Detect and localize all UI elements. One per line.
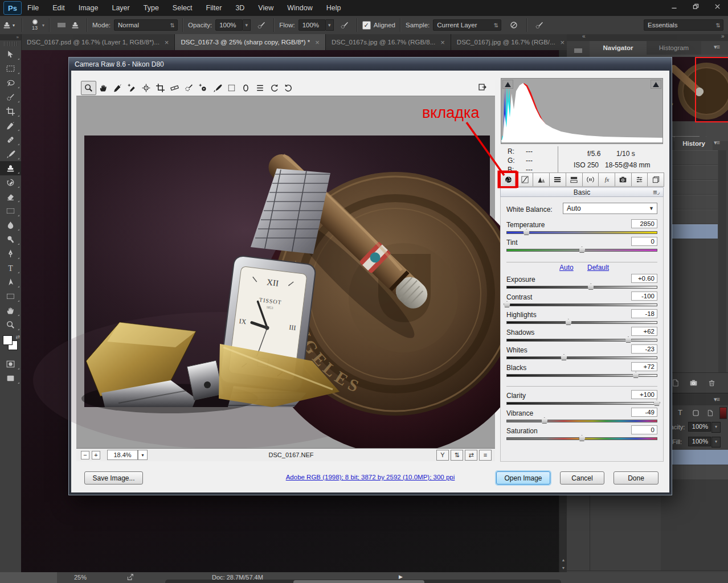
zoom-level-field[interactable]: 18.4% xyxy=(107,450,138,460)
menu-view[interactable]: View xyxy=(258,4,273,12)
slider-value-field[interactable]: +72 xyxy=(631,362,657,371)
layers-opacity-arrow[interactable]: ▾ xyxy=(711,422,721,433)
history-panel-menu-icon[interactable]: ▾≡ xyxy=(714,139,719,146)
cancel-button[interactable]: Cancel xyxy=(560,471,604,485)
straighten-tool[interactable] xyxy=(167,81,182,95)
color-sampler-tool[interactable] xyxy=(125,81,139,95)
layers-panel-menu-icon[interactable]: ▾≡ xyxy=(714,396,719,403)
preview-option-icon[interactable]: ≡ xyxy=(479,450,492,461)
flow-field[interactable]: 100% xyxy=(298,19,326,31)
filter-toggle[interactable] xyxy=(719,407,727,419)
slider-thumb[interactable] xyxy=(541,417,548,424)
slider-value-field[interactable]: 0 xyxy=(631,237,657,246)
hand-tool[interactable] xyxy=(0,303,21,318)
slider-value-field[interactable]: -18 xyxy=(631,309,657,318)
tablet-pressure-opacity-button[interactable] xyxy=(254,20,269,30)
status-zoom-value[interactable]: 25% xyxy=(74,574,87,581)
new-document-from-state-icon[interactable] xyxy=(671,379,680,387)
dialog-title-bar[interactable]: Camera Raw 8.6 - Nikon D80 xyxy=(69,58,672,71)
move-tool[interactable] xyxy=(0,47,21,61)
layers-fill-arrow[interactable]: ▾ xyxy=(711,437,721,447)
rotate-left[interactable] xyxy=(267,81,281,95)
clone-stamp-tool[interactable] xyxy=(0,161,21,175)
rectangle-tool[interactable] xyxy=(0,289,21,303)
slider-thumb[interactable] xyxy=(632,372,639,378)
aligned-checkbox[interactable]: ✓ xyxy=(362,21,371,30)
slider-thumb[interactable] xyxy=(565,319,572,325)
tab-effects[interactable] xyxy=(598,173,615,187)
healing-brush-tool[interactable] xyxy=(0,133,21,147)
slider-value-field[interactable]: +100 xyxy=(631,390,657,399)
zoom-level-arrow[interactable]: ▾ xyxy=(138,450,148,460)
slider-value-field[interactable]: -100 xyxy=(631,292,657,301)
open-image-button[interactable]: Open Image xyxy=(496,471,550,485)
crop-tool[interactable] xyxy=(0,104,21,118)
tablet-pressure-size-button[interactable] xyxy=(532,20,547,30)
tab-snapshots[interactable] xyxy=(647,173,664,187)
layers-opacity-field[interactable]: 100% xyxy=(688,422,711,432)
horizontal-scrollbar[interactable] xyxy=(165,580,561,583)
zoom-in-button[interactable]: + xyxy=(92,451,100,459)
collapse-panel-right-icon[interactable]: » xyxy=(721,33,725,39)
white-balance-tool[interactable] xyxy=(111,81,125,95)
slider-value-field[interactable]: -49 xyxy=(631,408,657,417)
tab-lens-corrections[interactable] xyxy=(582,173,599,187)
foreground-color-swatch[interactable] xyxy=(3,335,13,345)
slider-track[interactable] xyxy=(506,356,657,359)
radial-filter-tool[interactable] xyxy=(239,81,253,95)
history-brush-tool[interactable] xyxy=(0,175,21,190)
tab-hsl-grayscale[interactable] xyxy=(549,173,566,187)
slider-thumb[interactable] xyxy=(579,435,586,441)
slider-value-field[interactable]: -23 xyxy=(631,344,657,354)
slider-track[interactable] xyxy=(506,249,657,252)
highlight-clipping-indicator[interactable] xyxy=(651,80,661,89)
slider-thumb[interactable] xyxy=(523,229,530,235)
pen-tool[interactable] xyxy=(0,247,21,261)
tab-close-icon[interactable]: × xyxy=(165,38,169,47)
sample-dropdown[interactable]: Current Layer⇅ xyxy=(433,19,501,31)
share-icon[interactable] xyxy=(126,573,134,581)
workspace-switcher[interactable]: Essentials⇅ xyxy=(644,19,723,31)
navigator-panel-menu-icon[interactable]: ▾≡ xyxy=(714,43,719,51)
tab-history[interactable]: History xyxy=(675,137,713,150)
menu-3d[interactable]: 3D xyxy=(235,4,244,12)
restore-button[interactable] xyxy=(685,0,706,13)
adjustment-brush-tool[interactable] xyxy=(210,81,224,95)
scroll-down-arrow[interactable]: ▼ xyxy=(560,564,567,571)
screen-mode-button[interactable] xyxy=(0,371,21,385)
slider-track[interactable] xyxy=(506,231,657,234)
menu-edit[interactable]: Edit xyxy=(52,4,65,12)
filter-shape-icon[interactable] xyxy=(692,409,700,419)
document-tab[interactable]: DSC_0167-3 @ 25% (sharp copy, RGB/8*) *× xyxy=(175,34,325,50)
tool-preset-picker[interactable]: ▾ xyxy=(0,20,17,30)
slider-track[interactable] xyxy=(506,339,657,342)
ignore-adjustment-layers-button[interactable] xyxy=(506,20,522,30)
minimize-button[interactable] xyxy=(663,0,685,13)
status-flyout-arrow[interactable]: ▶ xyxy=(399,574,403,580)
graduated-filter-tool[interactable] xyxy=(224,81,239,95)
zoom-out-button[interactable]: − xyxy=(81,451,89,459)
slider-thumb[interactable] xyxy=(587,284,594,290)
opacity-dropdown-arrow[interactable]: ▾ xyxy=(243,19,251,31)
slider-track[interactable] xyxy=(506,303,657,306)
brush-preset-picker[interactable]: 13 xyxy=(27,18,42,32)
menu-file[interactable]: File xyxy=(27,4,39,12)
slider-track[interactable] xyxy=(506,374,657,377)
delete-state-icon[interactable] xyxy=(707,379,716,387)
preview-option-icon[interactable]: Y xyxy=(436,450,449,461)
hand-tool[interactable] xyxy=(96,81,111,95)
slider-track[interactable] xyxy=(506,321,657,324)
type-tool[interactable] xyxy=(0,261,21,275)
airbrush-mode-button[interactable] xyxy=(337,20,352,30)
slider-value-field[interactable]: 2850 xyxy=(631,219,657,228)
tools-grip[interactable] xyxy=(4,42,17,46)
toggle-brush-panel-button[interactable] xyxy=(55,20,68,30)
swap-colors-icon[interactable]: ⇄ xyxy=(15,334,20,340)
brush-presets-panel-icon[interactable] xyxy=(569,44,588,57)
navigator-view-box[interactable] xyxy=(695,57,728,122)
tab-detail[interactable] xyxy=(533,173,550,187)
basic-panel-header[interactable]: Basic ≣◞ xyxy=(500,187,664,197)
targeted-adjustment-tool[interactable] xyxy=(139,81,153,95)
slider-track[interactable] xyxy=(506,420,657,422)
menu-filter[interactable]: Filter xyxy=(206,4,222,12)
